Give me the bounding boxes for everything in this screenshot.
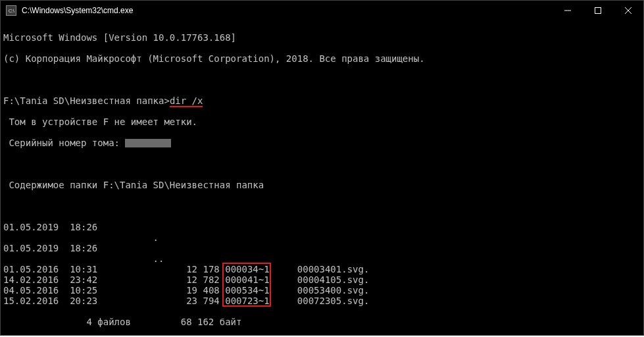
serial-line: Серийный номер тома: xyxy=(3,138,641,148)
close-button[interactable] xyxy=(613,1,643,20)
longname-col: 00072305.svg. xyxy=(297,296,370,306)
svg-rect-0 xyxy=(595,8,601,14)
blank-line xyxy=(3,159,641,169)
date-col: 01.05.2016 xyxy=(3,264,59,274)
window-title: C:\Windows\System32\cmd.exe xyxy=(20,6,553,15)
titlebar[interactable]: C:\ C:\Windows\System32\cmd.exe xyxy=(1,1,643,20)
time-col: 10:25 xyxy=(70,285,97,296)
dir-col: .01.05.2019 18:26 ..01.05.2016 10:31 12 … xyxy=(3,232,641,306)
dir-col: ..01.05.2016 10:31 12 178 000034~1 00003… xyxy=(3,253,641,306)
maximize-button[interactable] xyxy=(583,1,613,20)
copyright-line: (c) Корпорация Майкрософт (Microsoft Cor… xyxy=(3,53,641,64)
size-col: 12 178 xyxy=(147,264,220,274)
dir-row: 01.05.2019 18:26 .01.05.2019 18:26 ..01.… xyxy=(3,222,641,306)
dir-col xyxy=(120,296,147,306)
summary-files: 4 файлов 68 162 байт xyxy=(3,317,641,327)
shortname-cell xyxy=(81,253,125,264)
time-col: 20:23 xyxy=(70,296,97,306)
terminal-output[interactable]: Microsoft Windows [Version 10.0.17763.16… xyxy=(1,20,643,335)
longname-col: 00004105.svg. xyxy=(297,274,370,285)
size-col: 23 794 xyxy=(147,296,220,306)
size-col xyxy=(3,253,76,264)
dir-listing: 01.05.2019 18:26 .01.05.2019 18:26 ..01.… xyxy=(3,222,641,306)
prompt-line-1: F:\Tania SD\Неизвестная папка>dir /x xyxy=(3,95,641,106)
dir-col xyxy=(120,274,147,285)
dir-row: 15.02.2016 20:23 23 794 000723~1 0007230… xyxy=(3,296,641,306)
dir-row: 04.05.2016 10:25 19 408 000534~1 0005340… xyxy=(3,285,641,296)
longname-col: 00053400.svg. xyxy=(297,285,370,296)
shortname-cell: 000723~1 xyxy=(225,296,269,306)
shortname-cell: 000041~1 xyxy=(225,274,269,285)
longname-col: .. xyxy=(153,253,164,264)
serial-redacted xyxy=(125,139,171,147)
size-col: 19 408 xyxy=(147,285,220,296)
size-col xyxy=(3,232,76,243)
shortname-cell: 000034~1 xyxy=(225,264,269,274)
time-col: 10:31 xyxy=(70,264,97,274)
date-col: 15.02.2016 xyxy=(3,296,59,306)
dir-row: 01.05.2019 18:26 ..01.05.2016 10:31 12 1… xyxy=(3,243,641,306)
time-col: 18:26 xyxy=(70,222,97,232)
dir-row: 14.02.2016 23:42 12 782 000041~1 0000410… xyxy=(3,274,641,285)
volume-line: Том в устройстве F не имеет метки. xyxy=(3,117,641,127)
dir-col xyxy=(120,285,147,296)
blank-line xyxy=(3,74,641,85)
dir-command: dir /x xyxy=(170,95,203,107)
blank-line xyxy=(3,201,641,211)
minimize-button[interactable] xyxy=(553,1,583,20)
version-line: Microsoft Windows [Version 10.0.17763.16… xyxy=(3,32,641,43)
shortname-cell: 000534~1 xyxy=(225,285,269,296)
longname-col: 00003401.svg. xyxy=(297,264,370,274)
dir-col xyxy=(120,264,147,274)
dir-row: 01.05.2016 10:31 12 178 000034~1 0000340… xyxy=(3,264,641,274)
date-col: 01.05.2019 xyxy=(3,243,59,253)
time-col: 23:42 xyxy=(70,274,97,285)
date-col: 04.05.2016 xyxy=(3,285,59,296)
date-col: 01.05.2019 xyxy=(3,222,59,232)
prompt-path: F:\Tania SD\Неизвестная папка> xyxy=(3,95,170,106)
serial-prefix: Серийный номер тома: xyxy=(3,138,125,148)
cmd-window: C:\ C:\Windows\System32\cmd.exe Microsof… xyxy=(0,0,644,336)
size-col: 12 782 xyxy=(147,274,220,285)
time-col: 18:26 xyxy=(70,243,97,253)
app-icon: C:\ xyxy=(6,5,16,16)
longname-col: . xyxy=(153,232,159,243)
shortname-cell xyxy=(81,232,125,243)
content-header: Содержимое папки F:\Tania SD\Неизвестная… xyxy=(3,180,641,190)
date-col: 14.02.2016 xyxy=(3,274,59,285)
